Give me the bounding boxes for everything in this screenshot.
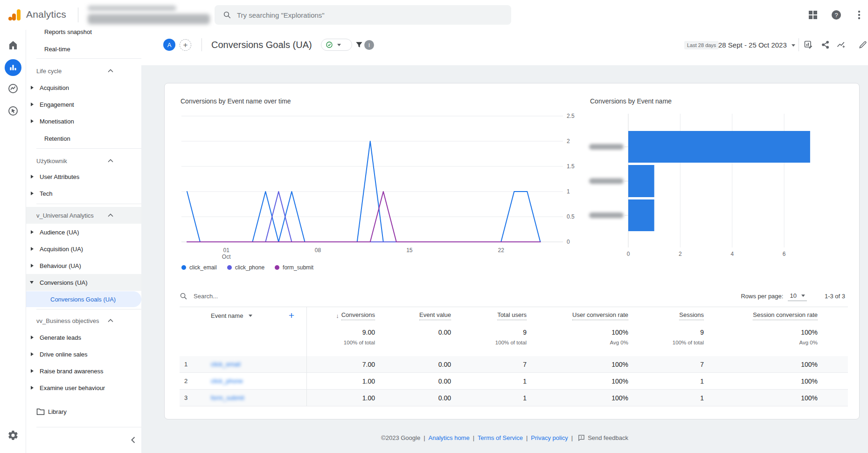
advertising-icon[interactable] bbox=[7, 105, 19, 117]
bar-click_email[interactable] bbox=[628, 131, 810, 163]
sidebar-item-real-time[interactable]: Real-time bbox=[26, 41, 141, 57]
sidebar-item-tech[interactable]: Tech bbox=[26, 185, 141, 202]
bar-chart[interactable]: 0246 bbox=[583, 110, 856, 259]
sidebar-item-generate-leads[interactable]: Generate leads bbox=[26, 329, 141, 346]
chevron-down-icon bbox=[337, 44, 341, 46]
nav-item-label: Acquisition (UA) bbox=[40, 246, 83, 253]
help-icon[interactable]: ? bbox=[831, 9, 842, 21]
report-content: Conversions by Event name over time 2.52… bbox=[141, 65, 868, 453]
column-header-sessions[interactable]: Sessions bbox=[628, 307, 704, 324]
analytics-logo-icon[interactable] bbox=[7, 8, 21, 21]
nav-item-label: User Attributes bbox=[40, 173, 79, 180]
search-input[interactable] bbox=[237, 11, 489, 19]
add-column-button[interactable]: + bbox=[289, 310, 294, 321]
nav-section-v-universal-analytics[interactable]: v_Universal Analytics bbox=[26, 207, 141, 224]
event-name-link-redacted[interactable]: click_email bbox=[211, 361, 241, 368]
share-icon[interactable] bbox=[821, 40, 830, 49]
column-header-user_conv_rate[interactable]: User conversion rate bbox=[527, 307, 628, 324]
reports-icon[interactable] bbox=[5, 59, 21, 76]
sidebar-item-library[interactable]: Library bbox=[26, 403, 141, 420]
chevron-down-icon bbox=[801, 295, 805, 297]
cell-session_conv_rate: 100% bbox=[704, 356, 818, 373]
link-terms-of-service[interactable]: Terms of Service bbox=[478, 434, 523, 441]
table-row-event-name[interactable]: click_phone bbox=[199, 373, 306, 390]
column-header-total_users[interactable]: Total users bbox=[451, 307, 527, 324]
sidebar-item-raise-brand-awareness[interactable]: Raise brand awareness bbox=[26, 363, 141, 379]
more-vert-icon[interactable] bbox=[854, 9, 865, 21]
info-badge[interactable]: I bbox=[364, 40, 374, 50]
column-header-event_value[interactable]: Event value bbox=[375, 307, 451, 324]
sidebar-item-conversions-goals-ua-[interactable]: Conversions Goals (UA) bbox=[26, 291, 141, 307]
search-icon bbox=[223, 11, 231, 19]
customise-report-icon[interactable] bbox=[804, 40, 813, 49]
rows-per-page-select[interactable]: 10 bbox=[788, 291, 806, 301]
chart-legend: click_emailclick_phoneform_submit bbox=[181, 264, 313, 271]
column-header-event-name[interactable]: Event name+ bbox=[199, 307, 306, 324]
sidebar-item-conversions-ua-[interactable]: Conversions (UA) bbox=[26, 274, 141, 291]
legend-item-click_email: click_email bbox=[181, 264, 217, 271]
sidebar-item-behaviour-ua-[interactable]: Behaviour (UA) bbox=[26, 257, 141, 274]
table-search-input[interactable] bbox=[194, 293, 333, 300]
date-range-picker[interactable]: 28 Sept - 25 Oct 2023 bbox=[718, 41, 787, 49]
edit-icon[interactable] bbox=[858, 40, 868, 49]
table-row-event-name[interactable]: click_email bbox=[199, 356, 306, 373]
header-spacer bbox=[818, 307, 848, 324]
report-status-pill[interactable] bbox=[321, 39, 352, 51]
svg-text:2.5: 2.5 bbox=[567, 113, 575, 119]
bar-form_submit[interactable] bbox=[628, 199, 654, 231]
nav-section-vv-business-objectives[interactable]: vv_Business objectives bbox=[26, 312, 141, 329]
explore-icon[interactable] bbox=[7, 83, 19, 94]
nav-item-label: Conversions Goals (UA) bbox=[50, 296, 116, 303]
nav-item-label: Real-time bbox=[44, 46, 70, 53]
apps-grid-icon[interactable] bbox=[807, 9, 819, 21]
svg-text:4: 4 bbox=[730, 251, 734, 257]
bar-click_phone[interactable] bbox=[628, 165, 654, 197]
link-analytics-home[interactable]: Analytics home bbox=[429, 434, 470, 441]
column-header-conversions[interactable]: ↓Conversions bbox=[306, 307, 375, 324]
legend-label: click_email bbox=[189, 264, 217, 271]
sidebar-item-monetisation[interactable]: Monetisation bbox=[26, 113, 141, 130]
sidebar-item-drive-online-sales[interactable]: Drive online sales bbox=[26, 346, 141, 363]
nav-section-label: Life cycle bbox=[36, 68, 62, 75]
settings-gear-icon[interactable] bbox=[7, 430, 19, 441]
property-selector-redacted[interactable] bbox=[88, 14, 210, 24]
collapse-arrow-icon bbox=[31, 119, 34, 123]
sidebar-item-audience-ua-[interactable]: Audience (UA) bbox=[26, 224, 141, 240]
legend-dot bbox=[227, 265, 232, 270]
sidebar-item-user-attributes[interactable]: User Attributes bbox=[26, 168, 141, 185]
event-name-link-redacted[interactable]: form_submit bbox=[211, 394, 244, 401]
page-title: Conversions Goals (UA) bbox=[211, 40, 312, 50]
link-privacy-policy[interactable]: Privacy policy bbox=[531, 434, 568, 441]
nav-divider bbox=[36, 204, 141, 204]
send-feedback-button[interactable]: Send feedback bbox=[578, 434, 628, 441]
sidebar-item-retention[interactable]: Retention bbox=[26, 130, 141, 147]
legend-dot bbox=[181, 265, 186, 270]
line-chart[interactable]: 2.521.510.5001Oct081522 bbox=[176, 110, 586, 266]
page-footer: ©2023 Google | Analytics home | Terms of… bbox=[141, 434, 868, 441]
home-icon[interactable] bbox=[7, 40, 19, 51]
column-header-session_conv_rate[interactable]: Session conversion rate bbox=[704, 307, 818, 324]
sidebar-item-acquisition[interactable]: Acquisition bbox=[26, 79, 141, 96]
legend-item-click_phone: click_phone bbox=[227, 264, 264, 271]
insights-icon[interactable] bbox=[836, 40, 846, 49]
nav-item-label: Generate leads bbox=[40, 334, 81, 341]
svg-text:1: 1 bbox=[567, 188, 570, 195]
sidebar-item-engagement[interactable]: Engagement bbox=[26, 96, 141, 113]
svg-text:22: 22 bbox=[498, 247, 505, 254]
divider bbox=[799, 38, 799, 51]
collapse-sidebar-icon[interactable] bbox=[128, 434, 139, 446]
filter-icon[interactable] bbox=[354, 40, 364, 49]
collapse-arrow-icon bbox=[31, 230, 34, 234]
collapse-arrow-icon bbox=[31, 369, 34, 373]
global-search[interactable] bbox=[215, 5, 511, 25]
nav-item-label: Retention bbox=[44, 135, 70, 142]
comparison-chip-a[interactable]: A bbox=[163, 39, 175, 51]
nav-section-u-ytkownik[interactable]: Użytkownik bbox=[26, 152, 141, 169]
event-name-link-redacted[interactable]: click_phone bbox=[211, 378, 243, 384]
table-row-event-name[interactable]: form_submit bbox=[199, 390, 306, 406]
sidebar-item-examine-user-behaviour[interactable]: Examine user behaviour bbox=[26, 379, 141, 396]
add-comparison-button[interactable]: + bbox=[180, 39, 191, 51]
sidebar-item-acquisition-ua-[interactable]: Acquisition (UA) bbox=[26, 240, 141, 257]
nav-section-label: vv_Business objectives bbox=[36, 317, 99, 324]
nav-section-life-cycle[interactable]: Life cycle bbox=[26, 62, 141, 79]
